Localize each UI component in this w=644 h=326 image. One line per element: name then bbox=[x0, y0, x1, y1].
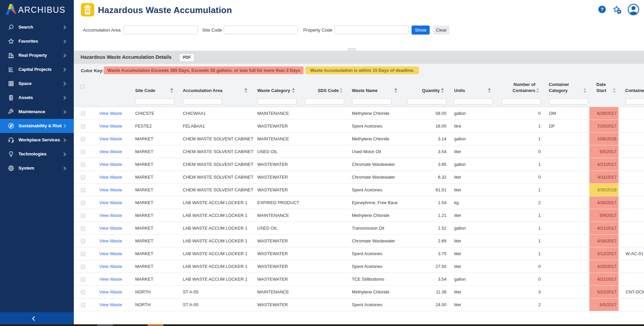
svg-text:?: ? bbox=[600, 6, 603, 12]
